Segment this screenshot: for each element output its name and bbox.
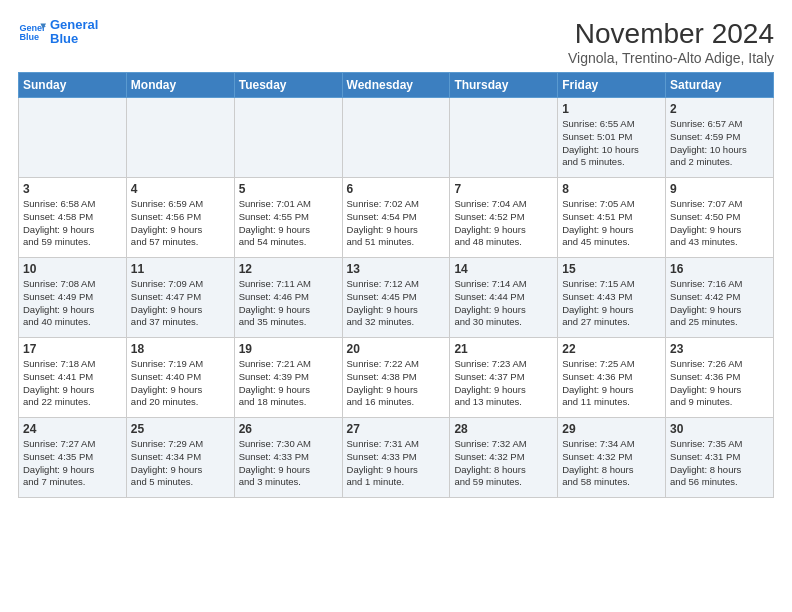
day-info: Sunrise: 7:19 AM Sunset: 4:40 PM Dayligh… xyxy=(131,358,230,409)
day-cell: 20Sunrise: 7:22 AM Sunset: 4:38 PM Dayli… xyxy=(342,338,450,418)
day-number: 6 xyxy=(347,182,446,196)
day-cell: 26Sunrise: 7:30 AM Sunset: 4:33 PM Dayli… xyxy=(234,418,342,498)
day-cell: 28Sunrise: 7:32 AM Sunset: 4:32 PM Dayli… xyxy=(450,418,558,498)
week-row-2: 3Sunrise: 6:58 AM Sunset: 4:58 PM Daylig… xyxy=(19,178,774,258)
logo: General Blue General Blue xyxy=(18,18,98,47)
day-info: Sunrise: 7:12 AM Sunset: 4:45 PM Dayligh… xyxy=(347,278,446,329)
day-number: 20 xyxy=(347,342,446,356)
svg-text:Blue: Blue xyxy=(19,33,39,43)
day-cell: 2Sunrise: 6:57 AM Sunset: 4:59 PM Daylig… xyxy=(666,98,774,178)
week-row-5: 24Sunrise: 7:27 AM Sunset: 4:35 PM Dayli… xyxy=(19,418,774,498)
day-cell: 6Sunrise: 7:02 AM Sunset: 4:54 PM Daylig… xyxy=(342,178,450,258)
day-number: 22 xyxy=(562,342,661,356)
day-number: 2 xyxy=(670,102,769,116)
day-info: Sunrise: 7:14 AM Sunset: 4:44 PM Dayligh… xyxy=(454,278,553,329)
day-number: 13 xyxy=(347,262,446,276)
day-info: Sunrise: 7:11 AM Sunset: 4:46 PM Dayligh… xyxy=(239,278,338,329)
week-row-3: 10Sunrise: 7:08 AM Sunset: 4:49 PM Dayli… xyxy=(19,258,774,338)
day-number: 30 xyxy=(670,422,769,436)
day-number: 15 xyxy=(562,262,661,276)
day-info: Sunrise: 7:35 AM Sunset: 4:31 PM Dayligh… xyxy=(670,438,769,489)
day-cell: 8Sunrise: 7:05 AM Sunset: 4:51 PM Daylig… xyxy=(558,178,666,258)
day-number: 26 xyxy=(239,422,338,436)
day-cell: 27Sunrise: 7:31 AM Sunset: 4:33 PM Dayli… xyxy=(342,418,450,498)
day-info: Sunrise: 6:58 AM Sunset: 4:58 PM Dayligh… xyxy=(23,198,122,249)
day-cell: 1Sunrise: 6:55 AM Sunset: 5:01 PM Daylig… xyxy=(558,98,666,178)
weekday-header-monday: Monday xyxy=(126,73,234,98)
day-cell: 13Sunrise: 7:12 AM Sunset: 4:45 PM Dayli… xyxy=(342,258,450,338)
location: Vignola, Trentino-Alto Adige, Italy xyxy=(568,50,774,66)
day-cell: 22Sunrise: 7:25 AM Sunset: 4:36 PM Dayli… xyxy=(558,338,666,418)
day-number: 10 xyxy=(23,262,122,276)
day-cell: 16Sunrise: 7:16 AM Sunset: 4:42 PM Dayli… xyxy=(666,258,774,338)
day-number: 3 xyxy=(23,182,122,196)
day-info: Sunrise: 7:23 AM Sunset: 4:37 PM Dayligh… xyxy=(454,358,553,409)
day-cell: 12Sunrise: 7:11 AM Sunset: 4:46 PM Dayli… xyxy=(234,258,342,338)
day-number: 25 xyxy=(131,422,230,436)
day-number: 12 xyxy=(239,262,338,276)
day-number: 23 xyxy=(670,342,769,356)
calendar-table: SundayMondayTuesdayWednesdayThursdayFrid… xyxy=(18,72,774,498)
day-cell: 4Sunrise: 6:59 AM Sunset: 4:56 PM Daylig… xyxy=(126,178,234,258)
day-cell xyxy=(126,98,234,178)
day-cell xyxy=(19,98,127,178)
day-number: 7 xyxy=(454,182,553,196)
day-cell: 30Sunrise: 7:35 AM Sunset: 4:31 PM Dayli… xyxy=(666,418,774,498)
day-info: Sunrise: 6:59 AM Sunset: 4:56 PM Dayligh… xyxy=(131,198,230,249)
day-cell: 18Sunrise: 7:19 AM Sunset: 4:40 PM Dayli… xyxy=(126,338,234,418)
day-number: 18 xyxy=(131,342,230,356)
day-cell: 7Sunrise: 7:04 AM Sunset: 4:52 PM Daylig… xyxy=(450,178,558,258)
day-number: 5 xyxy=(239,182,338,196)
day-cell: 29Sunrise: 7:34 AM Sunset: 4:32 PM Dayli… xyxy=(558,418,666,498)
day-cell: 11Sunrise: 7:09 AM Sunset: 4:47 PM Dayli… xyxy=(126,258,234,338)
month-title: November 2024 xyxy=(568,18,774,50)
day-info: Sunrise: 7:02 AM Sunset: 4:54 PM Dayligh… xyxy=(347,198,446,249)
weekday-header-friday: Friday xyxy=(558,73,666,98)
day-number: 8 xyxy=(562,182,661,196)
page: General Blue General Blue November 2024 … xyxy=(0,0,792,508)
day-cell xyxy=(234,98,342,178)
day-info: Sunrise: 7:18 AM Sunset: 4:41 PM Dayligh… xyxy=(23,358,122,409)
weekday-header-wednesday: Wednesday xyxy=(342,73,450,98)
day-number: 21 xyxy=(454,342,553,356)
day-number: 1 xyxy=(562,102,661,116)
logo-icon: General Blue xyxy=(18,18,46,46)
day-info: Sunrise: 7:05 AM Sunset: 4:51 PM Dayligh… xyxy=(562,198,661,249)
day-cell: 19Sunrise: 7:21 AM Sunset: 4:39 PM Dayli… xyxy=(234,338,342,418)
day-cell: 17Sunrise: 7:18 AM Sunset: 4:41 PM Dayli… xyxy=(19,338,127,418)
day-info: Sunrise: 7:31 AM Sunset: 4:33 PM Dayligh… xyxy=(347,438,446,489)
day-info: Sunrise: 7:21 AM Sunset: 4:39 PM Dayligh… xyxy=(239,358,338,409)
day-number: 9 xyxy=(670,182,769,196)
weekday-header-thursday: Thursday xyxy=(450,73,558,98)
day-number: 24 xyxy=(23,422,122,436)
day-info: Sunrise: 7:04 AM Sunset: 4:52 PM Dayligh… xyxy=(454,198,553,249)
day-number: 17 xyxy=(23,342,122,356)
day-info: Sunrise: 7:09 AM Sunset: 4:47 PM Dayligh… xyxy=(131,278,230,329)
day-info: Sunrise: 6:55 AM Sunset: 5:01 PM Dayligh… xyxy=(562,118,661,169)
weekday-header-sunday: Sunday xyxy=(19,73,127,98)
day-number: 29 xyxy=(562,422,661,436)
day-number: 27 xyxy=(347,422,446,436)
day-info: Sunrise: 7:07 AM Sunset: 4:50 PM Dayligh… xyxy=(670,198,769,249)
day-info: Sunrise: 7:30 AM Sunset: 4:33 PM Dayligh… xyxy=(239,438,338,489)
day-cell: 3Sunrise: 6:58 AM Sunset: 4:58 PM Daylig… xyxy=(19,178,127,258)
day-info: Sunrise: 7:29 AM Sunset: 4:34 PM Dayligh… xyxy=(131,438,230,489)
day-number: 28 xyxy=(454,422,553,436)
day-info: Sunrise: 6:57 AM Sunset: 4:59 PM Dayligh… xyxy=(670,118,769,169)
day-info: Sunrise: 7:08 AM Sunset: 4:49 PM Dayligh… xyxy=(23,278,122,329)
day-info: Sunrise: 7:25 AM Sunset: 4:36 PM Dayligh… xyxy=(562,358,661,409)
day-cell xyxy=(450,98,558,178)
day-info: Sunrise: 7:16 AM Sunset: 4:42 PM Dayligh… xyxy=(670,278,769,329)
day-cell: 25Sunrise: 7:29 AM Sunset: 4:34 PM Dayli… xyxy=(126,418,234,498)
weekday-header-saturday: Saturday xyxy=(666,73,774,98)
day-info: Sunrise: 7:01 AM Sunset: 4:55 PM Dayligh… xyxy=(239,198,338,249)
logo-line2: Blue xyxy=(50,32,98,46)
day-cell: 10Sunrise: 7:08 AM Sunset: 4:49 PM Dayli… xyxy=(19,258,127,338)
day-number: 19 xyxy=(239,342,338,356)
day-number: 4 xyxy=(131,182,230,196)
day-cell: 21Sunrise: 7:23 AM Sunset: 4:37 PM Dayli… xyxy=(450,338,558,418)
day-number: 11 xyxy=(131,262,230,276)
day-cell: 5Sunrise: 7:01 AM Sunset: 4:55 PM Daylig… xyxy=(234,178,342,258)
day-cell: 24Sunrise: 7:27 AM Sunset: 4:35 PM Dayli… xyxy=(19,418,127,498)
day-info: Sunrise: 7:32 AM Sunset: 4:32 PM Dayligh… xyxy=(454,438,553,489)
